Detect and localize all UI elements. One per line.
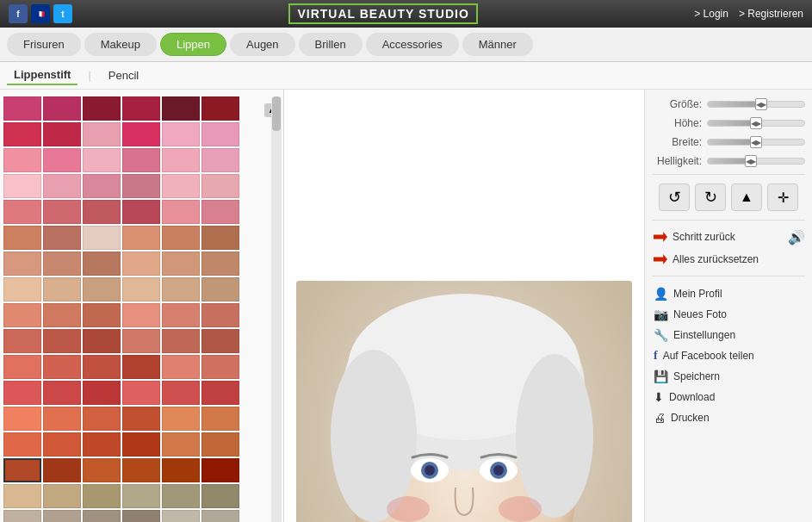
color-swatch-95[interactable] — [201, 484, 239, 508]
color-swatch-32[interactable] — [83, 226, 121, 250]
alles-zuruck-item[interactable]: Alles zurücksetzen — [652, 250, 805, 269]
facebook-social-icon[interactable]: f — [9, 4, 28, 23]
color-swatch-76[interactable] — [162, 407, 200, 431]
color-swatch-43[interactable] — [43, 277, 81, 301]
color-swatch-66[interactable] — [3, 381, 41, 405]
color-swatch-31[interactable] — [43, 226, 81, 250]
undo-button[interactable]: ↺ — [659, 183, 690, 211]
color-swatch-41[interactable] — [201, 252, 239, 276]
color-swatch-15[interactable] — [122, 148, 160, 172]
color-swatch-79[interactable] — [43, 432, 81, 457]
drucken-item[interactable]: 🖨 Drucken — [652, 407, 805, 428]
login-link[interactable]: > Login — [694, 8, 728, 20]
einstellungen-item[interactable]: 🔧 Einstellungen — [652, 325, 805, 345]
tab-manner[interactable]: Männer — [462, 33, 533, 56]
color-swatch-25[interactable] — [43, 200, 81, 224]
color-swatch-55[interactable] — [43, 329, 81, 353]
color-swatch-28[interactable] — [162, 200, 200, 224]
color-swatch-92[interactable] — [83, 484, 121, 508]
tab-lippen[interactable]: Lippen — [160, 33, 226, 56]
color-swatch-58[interactable] — [162, 329, 200, 353]
color-swatch-24[interactable] — [3, 200, 41, 224]
color-swatch-36[interactable] — [3, 252, 41, 276]
color-swatch-6[interactable] — [3, 122, 41, 146]
color-swatch-11[interactable] — [201, 122, 239, 146]
color-swatch-26[interactable] — [83, 200, 121, 224]
breite-thumb[interactable]: ◀▶ — [750, 136, 762, 148]
color-swatch-63[interactable] — [122, 355, 160, 379]
color-swatch-1[interactable] — [43, 96, 81, 121]
color-swatch-91[interactable] — [43, 484, 81, 508]
color-swatch-90[interactable] — [3, 484, 41, 508]
color-swatch-69[interactable] — [122, 381, 160, 405]
tab-makeup[interactable]: Makeup — [84, 33, 157, 56]
color-swatch-47[interactable] — [201, 277, 239, 301]
color-swatch-60[interactable] — [3, 355, 41, 379]
color-swatch-51[interactable] — [122, 303, 160, 327]
color-swatch-80[interactable] — [83, 432, 121, 457]
subtab-pencil[interactable]: Pencil — [102, 66, 146, 84]
tab-frisuren[interactable]: Frisuren — [7, 33, 81, 56]
redo-button[interactable]: ↻ — [695, 183, 726, 211]
color-swatch-0[interactable] — [3, 96, 41, 121]
color-swatch-85[interactable] — [43, 458, 81, 482]
grosse-slider[interactable]: ◀▶ — [707, 101, 805, 108]
color-swatch-12[interactable] — [3, 148, 41, 172]
color-swatch-98[interactable] — [83, 510, 121, 522]
color-swatch-29[interactable] — [201, 200, 239, 224]
color-swatch-17[interactable] — [201, 148, 239, 172]
color-swatch-97[interactable] — [43, 510, 81, 522]
tab-augen[interactable]: Augen — [230, 33, 295, 56]
color-swatch-89[interactable] — [201, 458, 239, 482]
color-swatch-96[interactable] — [3, 510, 41, 522]
color-swatch-18[interactable] — [3, 174, 41, 198]
color-swatch-65[interactable] — [201, 355, 239, 379]
color-swatch-59[interactable] — [201, 329, 239, 353]
color-swatch-27[interactable] — [122, 200, 160, 224]
color-swatch-54[interactable] — [3, 329, 41, 353]
color-swatch-22[interactable] — [162, 174, 200, 198]
color-swatch-52[interactable] — [162, 303, 200, 327]
helligkeit-thumb[interactable]: ◀▶ — [745, 155, 757, 167]
color-swatch-34[interactable] — [162, 226, 200, 250]
color-swatch-23[interactable] — [201, 174, 239, 198]
twitter-social-icon[interactable]: t — [53, 4, 72, 23]
color-swatch-19[interactable] — [43, 174, 81, 198]
color-swatch-16[interactable] — [162, 148, 200, 172]
color-swatch-64[interactable] — [162, 355, 200, 379]
color-swatch-61[interactable] — [43, 355, 81, 379]
color-swatch-46[interactable] — [162, 277, 200, 301]
color-swatch-78[interactable] — [3, 432, 41, 457]
color-swatch-10[interactable] — [162, 122, 200, 146]
color-swatch-94[interactable] — [162, 484, 200, 508]
helligkeit-slider[interactable]: ◀▶ — [707, 158, 805, 165]
color-swatch-42[interactable] — [3, 277, 41, 301]
color-swatch-13[interactable] — [43, 148, 81, 172]
color-swatch-2[interactable] — [83, 96, 121, 121]
color-swatch-3[interactable] — [122, 96, 160, 121]
color-swatch-45[interactable] — [122, 277, 160, 301]
color-swatch-81[interactable] — [122, 432, 160, 457]
subtab-lippenstift[interactable]: Lippenstift — [7, 65, 77, 85]
color-swatch-5[interactable] — [201, 96, 239, 121]
mein-profil-item[interactable]: 👤 Mein Profil — [652, 283, 805, 304]
download-item[interactable]: ⬇ Download — [652, 387, 805, 407]
color-swatch-101[interactable] — [201, 510, 239, 522]
color-swatch-14[interactable] — [83, 148, 121, 172]
neues-foto-item[interactable]: 📷 Neues Foto — [652, 304, 805, 325]
move-button[interactable]: ✛ — [767, 183, 798, 211]
color-swatch-83[interactable] — [201, 432, 239, 457]
color-swatch-53[interactable] — [201, 303, 239, 327]
color-swatch-74[interactable] — [83, 407, 121, 431]
color-swatch-40[interactable] — [162, 252, 200, 276]
color-swatch-9[interactable] — [122, 122, 160, 146]
color-swatch-49[interactable] — [43, 303, 81, 327]
grosse-thumb[interactable]: ◀▶ — [755, 98, 767, 110]
color-swatch-72[interactable] — [3, 407, 41, 431]
palette-scrollbar-thumb[interactable] — [272, 96, 281, 131]
color-swatch-67[interactable] — [43, 381, 81, 405]
color-swatch-88[interactable] — [162, 458, 200, 482]
color-swatch-37[interactable] — [43, 252, 81, 276]
tab-brillen[interactable]: Brillen — [299, 33, 363, 56]
breite-slider[interactable]: ◀▶ — [707, 139, 805, 146]
